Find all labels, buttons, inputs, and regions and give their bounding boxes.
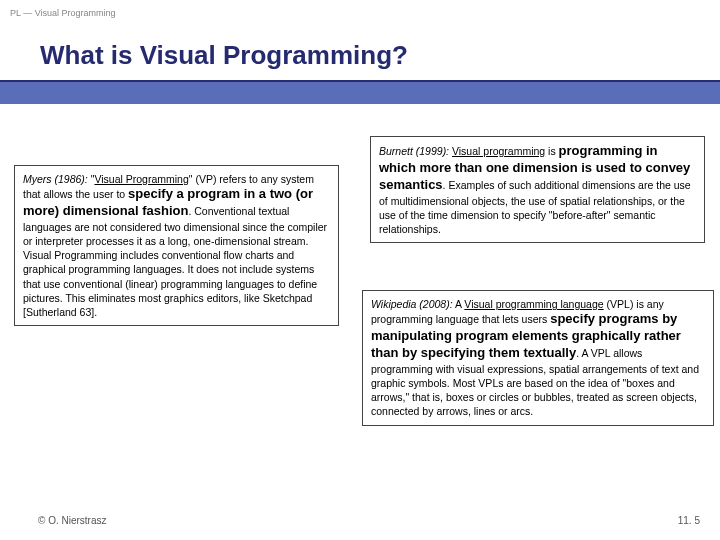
text: . Conventional textual languages are not… [23,205,327,318]
title-bar [0,82,720,104]
term-underline: Visual programming [452,145,545,157]
definition-box-burnett: Burnett (1999): Visual programming is pr… [370,136,705,243]
text: is [545,145,558,157]
definition-box-myers: Myers (1986): "Visual Programming" (VP) … [14,165,339,326]
definition-box-wikipedia: Wikipedia (2008): A Visual programming l… [362,290,714,426]
text: A [453,298,465,310]
header-label: PL — Visual Programming [10,8,116,18]
term-underline: Visual programming language [464,298,603,310]
source-label: Myers (1986): [23,173,88,185]
source-label: Wikipedia (2008): [371,298,453,310]
footer-page-number: 11. 5 [678,515,700,526]
page-title: What is Visual Programming? [40,40,408,71]
term-underline: Visual Programming [94,173,188,185]
source-label: Burnett (1999): [379,145,449,157]
footer-copyright: © O. Nierstrasz [38,515,107,526]
